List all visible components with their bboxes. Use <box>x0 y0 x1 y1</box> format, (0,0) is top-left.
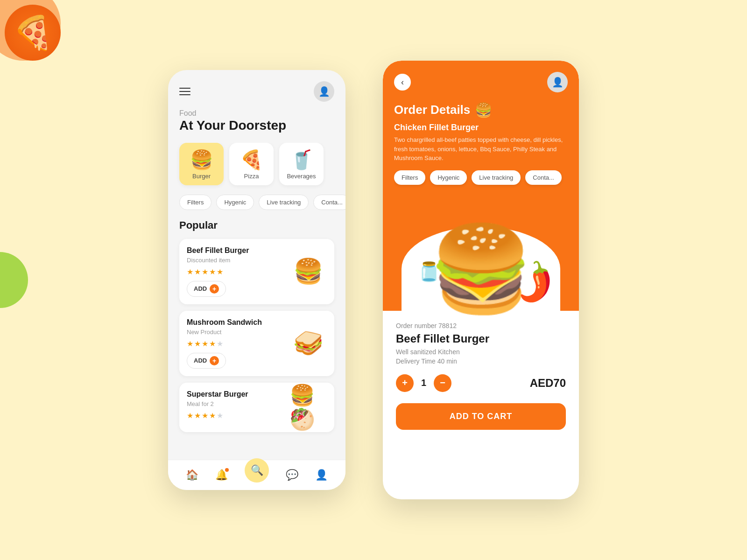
food-name-mushroom: Mushroom Sandwich <box>187 318 289 327</box>
category-label-pizza: Pizza <box>244 173 259 180</box>
food-list: Beef Fillet Burger Discounted item ★ ★ ★… <box>168 239 345 432</box>
stars-beef-burger: ★ ★ ★ ★ ★ <box>187 267 289 276</box>
screen-home: 👤 Food At Your Doorstep 🍔 Burger 🍕 Pizza… <box>168 70 345 490</box>
star: ★ <box>194 339 201 348</box>
hero-title: Food At Your Doorstep <box>168 109 345 143</box>
home-header: 👤 <box>168 70 345 109</box>
food-img-superstar: 🍔🥙 <box>289 391 327 424</box>
food-img-beef-burger: 🍔 <box>289 255 327 288</box>
product-desc-title: Chicken Fillet Burger <box>394 123 568 133</box>
chip2-hygenic[interactable]: Hygenic <box>430 170 467 185</box>
burger-hero: 🍔 🌶️ 🫙 <box>394 189 568 311</box>
pizza-icon: 🍕 <box>240 150 263 169</box>
burger-icon: 🍔 <box>190 150 213 169</box>
star: ★ <box>217 411 223 420</box>
qty-controls: + 1 − <box>396 374 451 392</box>
food-img-mushroom: 🥪 <box>289 327 327 360</box>
menu-button[interactable] <box>179 88 190 95</box>
nav-search[interactable]: 🔍 <box>245 458 269 483</box>
order-kitchen: Well sanitized Kitchen <box>396 348 566 356</box>
stars-mushroom: ★ ★ ★ ★ ★ <box>187 339 289 348</box>
bg-pizza-icon: 🍕 <box>5 5 61 61</box>
add-label: ADD <box>194 357 207 364</box>
food-info-beef-burger: Beef Fillet Burger Discounted item ★ ★ ★… <box>187 246 289 297</box>
chip2-filters[interactable]: Filters <box>394 170 425 185</box>
chip2-live-tracking[interactable]: Live tracking <box>472 170 521 185</box>
main-title: At Your Doorstep <box>179 118 334 133</box>
food-subtitle-superstar: Meal for 2 <box>187 400 289 407</box>
category-label-burger: Burger <box>192 173 211 180</box>
star: ★ <box>217 339 223 348</box>
nav-notifications[interactable]: 🔔 <box>215 469 228 481</box>
star: ★ <box>209 267 216 276</box>
category-label-beverages: Beverages <box>287 173 316 180</box>
category-beverages[interactable]: 🥤 Beverages <box>279 143 324 185</box>
screen-order-details: ‹ 👤 Order Details 🍔 Chicken Fillet Burge… <box>383 61 579 499</box>
star: ★ <box>202 339 208 348</box>
food-info-superstar: Superstar Burger Meal for 2 ★ ★ ★ ★ ★ <box>187 390 289 425</box>
order-details-header: Order Details 🍔 <box>394 102 568 118</box>
screens-container: 👤 Food At Your Doorstep 🍔 Burger 🍕 Pizza… <box>168 61 579 499</box>
plus-icon: + <box>210 284 219 294</box>
order-product-name: Beef Fillet Burger <box>396 332 566 345</box>
price: AED70 <box>530 377 566 390</box>
product-desc-text: Two chargrilled all-beef patties topped … <box>394 135 568 163</box>
filter-chips: Filters Hygenic Live tracking Conta... <box>168 195 345 219</box>
order-delivery: Delivery Time 40 min <box>396 357 566 365</box>
star: ★ <box>202 411 208 420</box>
beverages-icon: 🥤 <box>290 150 313 169</box>
add-button-beef-burger[interactable]: ADD + <box>187 281 226 297</box>
nav-home[interactable]: 🏠 <box>186 469 198 481</box>
food-name-superstar: Superstar Burger <box>187 390 289 399</box>
order-details-top: ‹ 👤 Order Details 🍔 Chicken Fillet Burge… <box>383 61 579 311</box>
back-button[interactable]: ‹ <box>394 74 411 91</box>
order-details-bottom: Order number 78812 Beef Fillet Burger We… <box>383 311 579 441</box>
avatar-screen2[interactable]: 👤 <box>547 72 568 92</box>
category-burger[interactable]: 🍔 Burger <box>179 143 224 185</box>
bg-leaf <box>0 252 28 308</box>
category-pizza[interactable]: 🍕 Pizza <box>229 143 274 185</box>
burger-header-icon: 🍔 <box>475 102 492 118</box>
food-label: Food <box>179 109 334 118</box>
food-name-beef-burger: Beef Fillet Burger <box>187 246 289 255</box>
star: ★ <box>194 411 201 420</box>
avatar[interactable]: 👤 <box>314 81 334 102</box>
nav-profile[interactable]: 👤 <box>315 469 328 481</box>
chip-filters[interactable]: Filters <box>179 195 211 210</box>
nav-messages[interactable]: 💬 <box>286 469 298 481</box>
plus-icon: + <box>210 356 219 365</box>
food-card-superstar-burger[interactable]: Superstar Burger Meal for 2 ★ ★ ★ ★ ★ 🍔🥙 <box>179 383 334 432</box>
chip2-contact[interactable]: Conta... <box>525 170 562 185</box>
star: ★ <box>209 339 216 348</box>
star: ★ <box>209 411 216 420</box>
onion-decoration: 🫙 <box>417 261 441 283</box>
category-scroll: 🍔 Burger 🍕 Pizza 🥤 Beverages <box>168 143 345 195</box>
filter-chips-screen2: Filters Hygenic Live tracking Conta... <box>394 170 568 189</box>
star: ★ <box>187 411 193 420</box>
screen2-nav: ‹ 👤 <box>394 72 568 92</box>
add-button-mushroom[interactable]: ADD + <box>187 353 226 369</box>
qty-increment-button[interactable]: + <box>396 374 414 392</box>
star: ★ <box>187 267 193 276</box>
bottom-nav: 🏠 🔔 🔍 💬 👤 <box>168 460 345 490</box>
chip-hygenic[interactable]: Hygenic <box>216 195 254 210</box>
qty-decrement-button[interactable]: − <box>434 374 451 392</box>
add-label: ADD <box>194 285 207 292</box>
chip-live-tracking[interactable]: Live tracking <box>259 195 309 210</box>
chip-contact[interactable]: Conta... <box>313 195 345 210</box>
food-card-beef-burger[interactable]: Beef Fillet Burger Discounted item ★ ★ ★… <box>179 239 334 304</box>
popular-section-title: Popular <box>168 219 345 239</box>
burger-hero-image: 🍔 <box>429 227 534 311</box>
order-qty-row: + 1 − AED70 <box>396 374 566 392</box>
qty-value: 1 <box>421 378 426 388</box>
star: ★ <box>187 339 193 348</box>
food-info-mushroom: Mushroom Sandwich New Product ★ ★ ★ ★ ★ … <box>187 318 289 369</box>
star: ★ <box>194 267 201 276</box>
order-number: Order number 78812 <box>396 322 566 329</box>
add-to-cart-button[interactable]: ADD TO CART <box>396 403 566 430</box>
star: ★ <box>217 267 223 276</box>
food-card-mushroom-sandwich[interactable]: Mushroom Sandwich New Product ★ ★ ★ ★ ★ … <box>179 311 334 376</box>
star: ★ <box>202 267 208 276</box>
stars-superstar: ★ ★ ★ ★ ★ <box>187 411 289 420</box>
food-subtitle-mushroom: New Product <box>187 329 289 336</box>
